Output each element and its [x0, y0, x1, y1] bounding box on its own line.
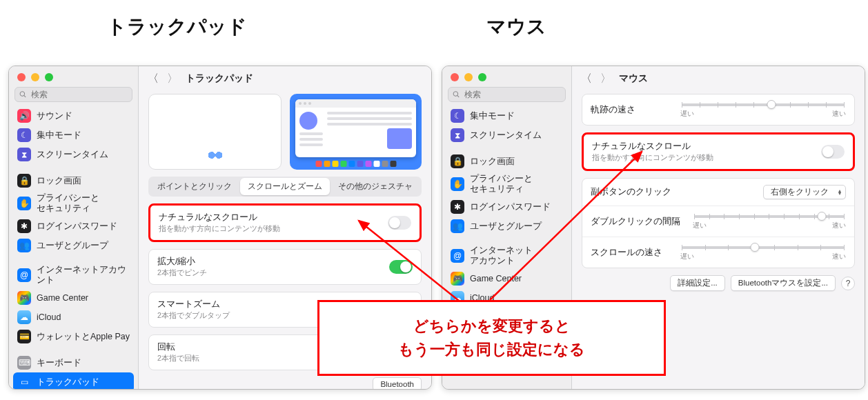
zoom-icon[interactable] — [478, 73, 486, 81]
page-title: マウス — [619, 72, 648, 85]
search-input[interactable] — [448, 87, 566, 102]
double-slider[interactable] — [694, 215, 845, 218]
sidebar-item[interactable]: ☁︎iCloud — [13, 308, 134, 327]
secondary-popup[interactable]: 右側をクリック ▴▾ — [763, 185, 846, 199]
toggle[interactable] — [388, 216, 411, 230]
zoom-icon[interactable] — [45, 73, 53, 81]
setting-sub: 指を動かす方向にコンテンツが移動 — [159, 224, 280, 234]
sidebar-item[interactable]: 👥ユーザとグループ — [446, 217, 567, 236]
sidebar-item[interactable]: 🎮Game Center — [446, 269, 567, 288]
toggle[interactable] — [389, 260, 413, 274]
search-input[interactable] — [14, 87, 132, 102]
minimize-icon[interactable] — [31, 73, 39, 81]
sidebar-label: インターネットアカウント — [37, 265, 130, 286]
sidebar-icon: ⧗ — [451, 128, 464, 142]
sidebar-label: サウンド — [37, 111, 72, 121]
slider-hi: 速い — [832, 110, 846, 119]
bluetooth-button[interactable]: Bluetooth — [373, 377, 422, 389]
forward-button[interactable]: 〉 — [166, 72, 179, 86]
page-title: トラックパッド — [186, 72, 253, 85]
heading-mouse: マウス — [486, 14, 546, 40]
setting-title: ナチュラルなスクロール — [159, 212, 280, 223]
sidebar-label: スクリーンタイム — [37, 150, 108, 160]
sidebar-icon: ☾ — [451, 109, 464, 123]
annotation-callout: どちらかを変更すると もう一方も同じ設定になる — [317, 300, 666, 376]
setting-title: 拡大/縮小 — [157, 256, 207, 268]
tab[interactable]: スクロールとズーム — [240, 178, 331, 195]
sidebar-icon: ⧗ — [17, 148, 31, 161]
tracking-slider[interactable] — [682, 103, 845, 106]
slider-lo: 遅い — [693, 221, 707, 230]
sidebar-item[interactable]: @インターネットアカウント — [13, 262, 134, 288]
close-icon[interactable] — [451, 73, 459, 81]
sidebar-icon: 🎮 — [451, 272, 464, 286]
setting-title: 回転 — [157, 341, 199, 353]
natural-toggle[interactable] — [821, 145, 845, 159]
natural-sub: 指を動かす方向にコンテンツが移動 — [592, 153, 713, 163]
sidebar-label: 集中モード — [470, 111, 515, 121]
callout-line2: もう一方も同じ設定になる — [337, 338, 646, 361]
sidebar-item[interactable]: ⌨キーボード — [13, 353, 134, 372]
sidebar-item[interactable]: ☾集中モード — [446, 106, 567, 126]
slider-hi: 速い — [832, 221, 846, 230]
search-icon — [453, 90, 460, 99]
sidebar-icon: 💳 — [17, 330, 31, 343]
sidebar-item[interactable]: 🔒ロック画面 — [446, 152, 567, 171]
sidebar-icon: ⌨ — [17, 356, 31, 370]
callout-line1: どちらかを変更すると — [337, 314, 646, 338]
sidebar-item[interactable]: ⧗スクリーンタイム — [446, 126, 567, 145]
sidebar-item[interactable]: ☾集中モード — [13, 126, 134, 145]
tab[interactable]: その他のジェスチャ — [330, 178, 420, 195]
group-natural-scroll: ナチュラルなスクロール 指を動かす方向にコンテンツが移動 — [582, 132, 855, 171]
sidebar-item[interactable]: ✱ログインパスワード — [13, 217, 134, 236]
sidebar-item[interactable]: 🎮Game Center — [13, 288, 134, 308]
search-icon — [19, 90, 27, 99]
sidebar-label: ロック画面 — [37, 176, 81, 186]
sidebar-item[interactable]: ⧗スクリーンタイム — [13, 145, 134, 164]
search-field[interactable] — [31, 90, 128, 99]
search-field[interactable] — [464, 90, 561, 99]
scroll-slider[interactable] — [682, 246, 845, 249]
sidebar-items: 🔊サウンド☾集中モード⧗スクリーンタイム🔒ロック画面✋プライバシーと セキュリテ… — [9, 106, 138, 389]
sidebar-item[interactable]: 💳ウォレットとApple Pay — [13, 327, 134, 346]
sidebar-item[interactable]: ▭トラックパッド — [13, 372, 134, 389]
sidebar-label: Game Center — [37, 293, 88, 303]
sidebar-item[interactable]: @インターネット アカウント — [446, 243, 567, 269]
setting-sub: 2本指でダブルタップ — [157, 311, 230, 321]
bt-mouse-button[interactable]: Bluetoothマウスを設定... — [731, 275, 836, 291]
sidebar-label: 集中モード — [37, 130, 81, 141]
sidebar-icon: 🎮 — [17, 291, 31, 305]
sidebar-item[interactable]: 🔒ロック画面 — [13, 171, 134, 190]
sidebar-icon: 🔒 — [451, 154, 464, 168]
heading-trackpad: トラックパッド — [107, 14, 247, 40]
close-icon[interactable] — [17, 73, 26, 81]
back-button[interactable]: 〈 — [580, 72, 593, 86]
scroll-label: スクロールの速さ — [591, 247, 662, 259]
sidebar-item[interactable]: ✋プライバシーと セキュリティ — [446, 171, 567, 197]
sidebar-item[interactable]: ✋プライバシーと セキュリティ — [13, 190, 134, 217]
sidebar-item[interactable]: ✱ログインパスワード — [446, 197, 567, 217]
natural-title: ナチュラルなスクロール — [592, 141, 713, 152]
sidebar-icon: ✋ — [451, 177, 464, 191]
setting-group: 拡大/縮小2本指でピンチ — [148, 249, 422, 285]
sidebar-icon: 🔊 — [17, 109, 31, 123]
advanced-button[interactable]: 詳細設定... — [670, 275, 725, 291]
forward-button[interactable]: 〉 — [600, 72, 612, 86]
sidebar-item[interactable]: 👥ユーザとグループ — [13, 236, 134, 255]
sidebar-item[interactable]: 🔊サウンド — [13, 106, 134, 126]
minimize-icon[interactable] — [464, 73, 473, 81]
tab-bar: ポイントとクリックスクロールとズームその他のジェスチャ — [148, 177, 422, 197]
sidebar-icon: ✱ — [17, 219, 31, 233]
sidebar-label: キーボード — [37, 358, 81, 368]
sidebar-icon: 👥 — [17, 239, 31, 252]
setting-group: ナチュラルなスクロール指を動かす方向にコンテンツが移動 — [148, 203, 422, 242]
sidebar-label: ロック画面 — [470, 157, 515, 167]
sidebar-label: ログインパスワード — [470, 202, 551, 212]
tab[interactable]: ポイントとクリック — [150, 178, 240, 195]
sidebar-label: ユーザとグループ — [470, 221, 542, 232]
back-button[interactable]: 〈 — [147, 72, 159, 86]
sidebar: 🔊サウンド☾集中モード⧗スクリーンタイム🔒ロック画面✋プライバシーと セキュリテ… — [9, 66, 139, 389]
help-button[interactable]: ? — [841, 277, 855, 290]
sidebar-label: iCloud — [37, 312, 61, 323]
sidebar-label: プライバシーと セキュリティ — [470, 174, 533, 194]
